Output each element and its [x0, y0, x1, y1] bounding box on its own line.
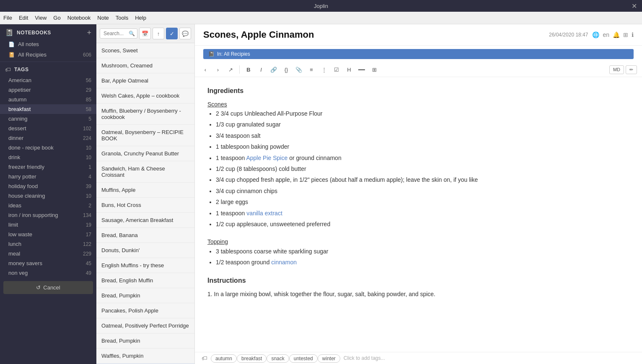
attachment-button[interactable]: 📎	[293, 64, 304, 75]
sidebar: 📓 NOTEBOOKS + 📄 All notes 📔All Recipies6…	[0, 24, 96, 364]
note-list-item[interactable]: Bread, English Muffin	[96, 273, 194, 288]
note-list-item[interactable]: Sausage, American Breakfast	[96, 213, 194, 228]
close-button[interactable]: ✕	[632, 2, 637, 10]
note-list-item[interactable]: Scones, Sweet	[96, 43, 194, 58]
note-list-item[interactable]: Waffles, Pumpkin	[96, 349, 194, 364]
markdown-mode-button[interactable]: MD	[609, 65, 624, 74]
note-content-panel: Scones, Apple Cinnamon 26/04/2020 18:47 …	[195, 24, 642, 364]
heading-button[interactable]: H	[344, 64, 355, 75]
sidebar-item-all-notes[interactable]: 📄 All notes	[0, 39, 96, 49]
redo-button[interactable]: ›	[212, 64, 223, 75]
note-header: Scones, Apple Cinnamon 26/04/2020 18:47 …	[195, 24, 642, 46]
apple-pie-spice-link[interactable]: Apple Pie Spice	[246, 155, 287, 161]
sidebar-tag-item[interactable]: American56	[0, 75, 96, 85]
menu-item-notebook[interactable]: Notebook	[67, 15, 91, 21]
unordered-list-button[interactable]: ≡	[306, 64, 317, 75]
add-notebook-button[interactable]: +	[87, 29, 91, 36]
sidebar-tag-item[interactable]: limit19	[0, 220, 96, 230]
sidebar-tag-item[interactable]: harry potter4	[0, 172, 96, 181]
sidebar-tag-item[interactable]: holiday food39	[0, 181, 96, 191]
note-list-item[interactable]: Bar, Apple Oatmeal	[96, 73, 194, 88]
note-list-item[interactable]: Oatmeal, Boysenberry – RECIPIE BOOK	[96, 125, 194, 146]
menu-item-edit[interactable]: Edit	[19, 15, 28, 21]
note-list-item[interactable]: Donuts, Dunkin'	[96, 243, 194, 258]
note-list-item[interactable]: Bread, Pumpkin	[96, 288, 194, 303]
sidebar-tag-item[interactable]: autumn85	[0, 95, 96, 104]
layout-icon[interactable]: ⊞	[623, 31, 628, 38]
footer-tag[interactable]: autumn	[211, 354, 237, 363]
undo-button[interactable]: ‹	[200, 64, 211, 75]
sidebar-tag-item[interactable]: ideas2	[0, 201, 96, 210]
footer-tags-list: autumnbreakfastsnackuntestedwinter	[211, 355, 340, 361]
notebook-button[interactable]: 📓 In: All Recipies	[203, 49, 634, 59]
sidebar-tag-item[interactable]: appetiser29	[0, 85, 96, 95]
bold-button[interactable]: B	[243, 64, 254, 75]
add-tags-button[interactable]: Click to add tags...	[344, 355, 385, 361]
link-button[interactable]: 🔗	[268, 64, 279, 75]
sidebar-tag-item[interactable]: lunch122	[0, 239, 96, 249]
tag-icon: 🏷	[5, 66, 11, 73]
note-list-item[interactable]: Muffin, Blueberry / Boysenberry - cookbo…	[96, 103, 194, 125]
sort-by-date-button[interactable]: 📅	[139, 28, 151, 39]
refresh-icon: ↺	[36, 284, 41, 291]
code-button[interactable]: {}	[281, 64, 292, 75]
note-list-item[interactable]: Buns, Hot Cross	[96, 198, 194, 213]
search-container: 🔍	[100, 28, 137, 39]
note-date: 26/04/2020 18:47	[549, 32, 588, 38]
sidebar-tag-item[interactable]: done - recipe book10	[0, 143, 96, 152]
vanilla-extract-link[interactable]: vanilla extract	[246, 210, 282, 217]
checklist-button[interactable]: ☑	[331, 64, 342, 75]
footer-tag[interactable]: breakfast	[237, 354, 267, 363]
sidebar-tag-item[interactable]: low waste17	[0, 230, 96, 239]
scones-ingredient-item: 2 large eggs	[216, 197, 629, 207]
footer-tag[interactable]: untested	[289, 354, 318, 363]
sidebar-tag-item[interactable]: non veg49	[0, 268, 96, 278]
cinnamon-link[interactable]: cinnamon	[271, 259, 297, 266]
ordered-list-button[interactable]: ⋮	[318, 64, 329, 75]
note-list-item[interactable]: Sandwich, Ham & Cheese Croissant	[96, 161, 194, 183]
sidebar-tag-item[interactable]: iron / iron supporting134	[0, 210, 96, 220]
note-lang: en	[603, 31, 609, 38]
horizontal-rule-button[interactable]: ━━	[356, 64, 367, 75]
footer-tag[interactable]: snack	[267, 354, 289, 363]
italic-button[interactable]: I	[256, 64, 267, 75]
footer-tag[interactable]: winter	[318, 354, 340, 363]
note-view-button[interactable]: 💬	[179, 28, 191, 39]
note-list-item[interactable]: Bread, Pumpkin	[96, 333, 194, 349]
note-list-item[interactable]: Pancakes, Polish Apple	[96, 303, 194, 318]
table-button[interactable]: ⊞	[369, 64, 380, 75]
menu-item-file[interactable]: File	[3, 15, 12, 21]
wysiwyg-mode-button[interactable]: ✏	[626, 65, 637, 74]
note-list-item[interactable]: Oatmeal, Positively Perfect Porridge	[96, 318, 194, 333]
sort-order-button[interactable]: ↑	[153, 28, 164, 39]
scones-ingredient-item: 2 3/4 cups Unbleached All-Purpose Flour	[216, 109, 629, 118]
sidebar-tag-item[interactable]: freezer friendly1	[0, 162, 96, 172]
note-list-item[interactable]: English Muffins - try these	[96, 258, 194, 273]
note-list-item[interactable]: Mushroom, Creamed	[96, 58, 194, 73]
cancel-button[interactable]: ↺ Cancel	[3, 281, 93, 294]
sidebar-tag-item[interactable]: house cleaning10	[0, 191, 96, 201]
menu-item-go[interactable]: Go	[53, 15, 60, 21]
info-icon[interactable]: ℹ	[632, 31, 634, 38]
note-list-item[interactable]: Muffins, Apple	[96, 183, 194, 198]
topping-ingredient-item: 1/2 teaspoon ground cinnamon	[216, 258, 629, 267]
notebook-icon: 📓	[5, 28, 13, 36]
sidebar-tag-item[interactable]: canning5	[0, 114, 96, 124]
note-list-item[interactable]: Bread, Banana	[96, 228, 194, 243]
note-list-item[interactable]: Granola, Crunchy Peanut Butter	[96, 146, 194, 161]
sidebar-tag-item[interactable]: drink10	[0, 152, 96, 162]
note-list-item[interactable]: Welsh Cakes, Apple – cookbook	[96, 88, 194, 103]
sidebar-tag-item[interactable]: meal229	[0, 249, 96, 258]
toggle-done-button[interactable]: ✓	[166, 28, 178, 39]
sidebar-tag-item[interactable]: breakfast58	[0, 104, 96, 114]
menu-item-tools[interactable]: Tools	[116, 15, 128, 21]
menu-item-view[interactable]: View	[35, 15, 47, 21]
sidebar-tag-item[interactable]: dinner224	[0, 133, 96, 143]
external-edit-button[interactable]: ↗	[225, 64, 236, 75]
sidebar-notebook-item[interactable]: 📔All Recipies606	[0, 49, 96, 60]
sidebar-tag-item[interactable]: money savers45	[0, 258, 96, 268]
menu-item-help[interactable]: Help	[135, 15, 146, 21]
tags-list: American56appetiser29autumn85breakfast58…	[0, 75, 96, 278]
menu-item-note[interactable]: Note	[97, 15, 109, 21]
sidebar-tag-item[interactable]: dessert102	[0, 124, 96, 133]
